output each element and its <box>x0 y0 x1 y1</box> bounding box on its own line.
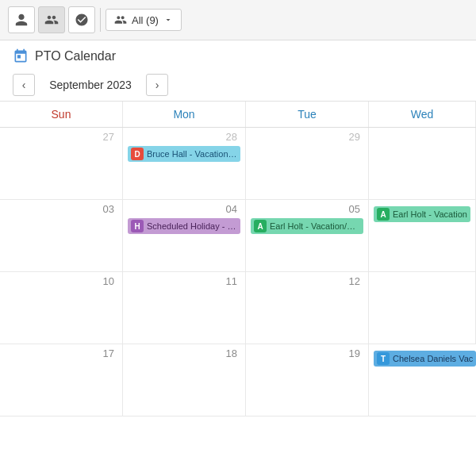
event-badge: A <box>377 208 390 221</box>
page-title: PTO Calendar <box>35 49 116 63</box>
group-filter-icon <box>114 13 127 26</box>
calendar-header: Sun Mon Tue Wed <box>0 102 476 128</box>
cell-date: 28 <box>128 131 240 146</box>
calendar-cell: 05AEarl Holt - Vacation/PT... <box>246 200 369 271</box>
calendar-cell: 03 <box>0 200 123 271</box>
cell-date: 05 <box>251 203 363 218</box>
calendar-event[interactable]: TChelsea Daniels Vac <box>374 351 476 367</box>
cell-date: 27 <box>5 131 117 146</box>
cell-date: 17 <box>5 347 117 363</box>
event-label: Scheduled Holiday - 8... <box>147 221 237 231</box>
event-badge: D <box>131 148 144 160</box>
calendar-cell: 27 <box>0 128 123 199</box>
header-mon: Mon <box>123 102 246 127</box>
cell-date: 19 <box>251 347 363 363</box>
toolbar: All (9) <box>0 0 476 40</box>
calendar-row: 2728DBruce Hall - Vacation/...29 <box>0 128 476 200</box>
cell-date: 10 <box>5 275 117 290</box>
calendar-cell: 28DBruce Hall - Vacation/... <box>123 128 246 199</box>
calendar-cell: 10 <box>0 272 123 344</box>
calendar-cell: 11 <box>123 272 246 344</box>
calendar-cell: 12 <box>246 272 369 344</box>
calendar-cell: 18 <box>123 344 246 416</box>
calendar-cell: 29 <box>246 128 369 199</box>
toolbar-divider <box>100 8 101 32</box>
header-tue: Tue <box>246 102 369 127</box>
calendar-row: 0304HScheduled Holiday - 8...05AEarl Hol… <box>0 200 476 272</box>
calendar-event[interactable]: HScheduled Holiday - 8... <box>128 218 240 234</box>
person-view-button[interactable] <box>8 6 35 33</box>
group-filter-button[interactable]: All (9) <box>106 9 182 31</box>
people-icon <box>44 13 59 27</box>
cell-date: 12 <box>251 275 363 290</box>
page-header: PTO Calendar <box>0 40 476 69</box>
calendar-cell: 17 <box>0 344 123 416</box>
next-month-button[interactable]: › <box>146 74 168 96</box>
calendar-cell: AEarl Holt - Vacation <box>369 200 476 271</box>
cell-date: 04 <box>128 203 240 218</box>
calendar-cell <box>369 272 476 344</box>
group-icon <box>75 13 89 27</box>
cell-date: 11 <box>128 275 240 290</box>
dropdown-icon <box>163 15 173 25</box>
person-icon <box>14 13 29 27</box>
event-badge: T <box>377 352 390 365</box>
group-filter-label: All (9) <box>132 14 159 26</box>
event-label: Earl Holt - Vacation/PT... <box>270 221 360 231</box>
calendar-event[interactable]: AEarl Holt - Vacation <box>374 206 470 222</box>
calendar-body: 2728DBruce Hall - Vacation/...290304HSch… <box>0 128 476 416</box>
cell-date: 03 <box>5 203 117 218</box>
cell-date: 29 <box>251 131 363 146</box>
cell-date <box>374 131 470 134</box>
people-view-button[interactable] <box>38 6 65 33</box>
group-icon-button[interactable] <box>68 6 95 33</box>
event-label: Bruce Hall - Vacation/... <box>147 149 237 159</box>
current-month: September 2023 <box>35 79 146 91</box>
header-sun: Sun <box>0 102 123 127</box>
event-badge: H <box>131 220 144 232</box>
calendar: Sun Mon Tue Wed 2728DBruce Hall - Vacati… <box>0 102 476 416</box>
prev-month-button[interactable]: ‹ <box>13 74 35 96</box>
cell-date: 18 <box>128 347 240 363</box>
event-badge: A <box>254 220 267 232</box>
cell-date <box>374 275 470 278</box>
calendar-row: 101112 <box>0 272 476 344</box>
event-label: Earl Holt - Vacation <box>393 209 467 219</box>
calendar-event[interactable]: DBruce Hall - Vacation/... <box>128 146 240 162</box>
calendar-nav: ‹ September 2023 › <box>0 69 476 102</box>
calendar-event[interactable]: AEarl Holt - Vacation/PT... <box>251 218 363 234</box>
calendar-cell: 04HScheduled Holiday - 8... <box>123 200 246 271</box>
calendar-cell: TChelsea Daniels Vac <box>369 344 476 416</box>
calendar-row: 171819TChelsea Daniels Vac <box>0 344 476 416</box>
calendar-cell: 19 <box>246 344 369 416</box>
event-label: Chelsea Daniels Vac <box>393 354 473 363</box>
calendar-icon <box>13 48 29 64</box>
header-wed: Wed <box>369 102 476 127</box>
calendar-cell <box>369 128 476 199</box>
